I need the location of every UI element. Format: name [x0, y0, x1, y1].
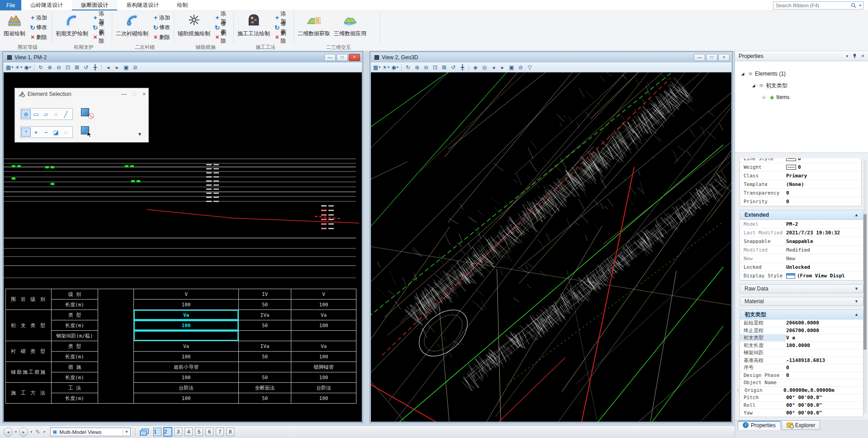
- line-select-tool[interactable]: ╱: [61, 110, 71, 119]
- expand-icon[interactable]: ▼: [854, 299, 859, 304]
- view-toggle-5[interactable]: 5: [195, 428, 203, 436]
- pin-icon[interactable]: [853, 53, 857, 59]
- view2-minimize-button[interactable]: —: [694, 54, 705, 61]
- rock-delete-button[interactable]: ×删除: [29, 33, 47, 41]
- view-toggle-3[interactable]: 3: [174, 428, 182, 436]
- individual-mode-tool[interactable]: *: [21, 128, 31, 137]
- tab-draw[interactable]: 绘制: [168, 0, 197, 10]
- view1-restore-button[interactable]: □: [337, 54, 348, 61]
- forward-dropdown-icon[interactable]: ▾: [29, 430, 33, 434]
- camera-icon[interactable]: ◎: [480, 63, 489, 71]
- panel-close-icon[interactable]: ×: [861, 53, 864, 59]
- tree-expanded-icon[interactable]: ◢: [740, 71, 746, 76]
- subtract-mode-tool[interactable]: −: [41, 128, 51, 137]
- circle-select-tool[interactable]: ○: [51, 110, 61, 119]
- copy-view-icon[interactable]: ▣: [508, 63, 516, 71]
- construction-method-drawing-button[interactable]: 施工工法绘制: [236, 12, 272, 44]
- selected-cell[interactable]: Va: [134, 310, 239, 320]
- properties-scroll-area[interactable]: Line Style0 Weight0 ClassPrimary Templat…: [735, 153, 868, 419]
- zoom-in-icon[interactable]: ⊕: [413, 63, 421, 71]
- zoom-out-icon[interactable]: ⊖: [422, 63, 430, 71]
- view-brightness-icon[interactable]: ☀▾: [14, 63, 23, 71]
- secondary-lining-drawing-button[interactable]: 二次衬砌绘制: [114, 12, 150, 44]
- method-delete-button[interactable]: ×删除: [274, 33, 291, 41]
- rock-drawing-button[interactable]: 围岩绘制: [2, 12, 27, 44]
- properties-header[interactable]: Properties ▾ ×: [735, 51, 868, 61]
- view2-drawing-area[interactable]: [371, 72, 731, 422]
- ribbon-search-input[interactable]: [773, 3, 851, 8]
- view-toggle-6[interactable]: 6: [205, 428, 213, 436]
- render-mode-icon[interactable]: ▽: [526, 63, 534, 71]
- secondary-lining-modify-button[interactable]: ↻修改: [152, 24, 170, 32]
- ribbon-search[interactable]: ▾: [773, 1, 863, 10]
- update-view-icon[interactable]: ↻: [37, 63, 45, 71]
- tab-shield-tunnel-design[interactable]: 盾构隧道设计: [117, 0, 168, 10]
- collapse-icon[interactable]: ▲: [854, 312, 859, 317]
- clip-volume-icon[interactable]: ⊘: [131, 63, 139, 71]
- view-toggle-2[interactable]: 2: [164, 428, 172, 436]
- annotate-button[interactable]: ✎: [34, 428, 41, 435]
- view2-restore-button[interactable]: □: [706, 54, 717, 61]
- view1-titlebar[interactable]: View 1, PM-2 — □ ×: [4, 52, 362, 62]
- get-2d-data-button[interactable]: 二维数据获取: [296, 12, 332, 44]
- display-style-icon[interactable]: ◉▾: [391, 63, 399, 71]
- view-toggle-7[interactable]: 7: [216, 428, 224, 436]
- clip-volume-icon[interactable]: ◈: [471, 63, 479, 71]
- dialog-minimize-icon[interactable]: —: [121, 91, 127, 97]
- view-next-icon[interactable]: ▸: [113, 63, 121, 71]
- view-group-combobox[interactable]: ▣ Multi-Model Views ▼: [50, 428, 131, 436]
- tree-item-items[interactable]: ▷ ◆ Items: [735, 91, 868, 103]
- view-cascade-icon[interactable]: [139, 428, 149, 436]
- window-area-icon[interactable]: ⊡: [64, 63, 72, 71]
- rock-add-button[interactable]: +添加: [29, 14, 47, 22]
- view-attributes-icon[interactable]: ▦▾: [373, 63, 381, 71]
- select-element-icon[interactable]: [81, 126, 89, 134]
- view-toggle-8[interactable]: 8: [226, 428, 234, 436]
- view1-drawing-area[interactable]: 围 岩 级 别 级 别 V IV V 长度(m) 100 50 100 初 支 …: [4, 72, 362, 422]
- tree-expanded-icon[interactable]: ◢: [750, 83, 757, 88]
- search-dropdown-icon[interactable]: ▾: [857, 3, 863, 8]
- shape-select-tool[interactable]: ▱: [41, 110, 51, 119]
- secondary-lining-add-button[interactable]: +添加: [152, 14, 170, 22]
- window-area-icon[interactable]: ⊡: [431, 63, 439, 71]
- zoom-in-icon[interactable]: ⊕: [46, 63, 54, 71]
- dialog-expand-icon[interactable]: ▼: [138, 132, 142, 137]
- fit-view-icon[interactable]: ⊠: [440, 63, 448, 71]
- dialog-close-icon[interactable]: ×: [142, 91, 146, 97]
- add-mode-tool[interactable]: +: [31, 128, 41, 137]
- tree-item-elements[interactable]: ◢ ≋ Elements (1): [735, 68, 868, 80]
- panel-menu-icon[interactable]: ▾: [846, 54, 848, 58]
- copy-view-icon[interactable]: ▣: [122, 63, 130, 71]
- material-section-header[interactable]: Material ▼: [740, 297, 863, 306]
- forward-button[interactable]: ▸: [19, 428, 28, 437]
- tab-explorer[interactable]: Explorer: [782, 420, 821, 430]
- combo-dropdown-icon[interactable]: ▼: [123, 430, 128, 434]
- view-previous-icon[interactable]: ◂: [489, 63, 498, 71]
- initial-support-drawing-button[interactable]: 初期支护绘制: [54, 12, 90, 44]
- properties-scrollbar[interactable]: [863, 160, 867, 413]
- view2-titlebar[interactable]: View 2, Geo3D — □ ×: [371, 52, 731, 62]
- auxiliary-delete-button[interactable]: ×删除: [214, 33, 231, 41]
- initial-support-delete-button[interactable]: ×删除: [92, 33, 109, 41]
- invert-mode-tool[interactable]: ◪: [51, 128, 61, 137]
- view-toggle-4[interactable]: 4: [185, 428, 193, 436]
- annotate-dropdown-icon[interactable]: ▾: [43, 430, 46, 434]
- tree-item-chuzhi-type[interactable]: ◢ ≋ 初支类型: [735, 80, 868, 91]
- back-button[interactable]: ◂: [4, 428, 13, 437]
- pan-view-icon[interactable]: ╋: [91, 63, 99, 71]
- clear-mode-tool[interactable]: ○: [61, 128, 71, 137]
- pan-view-icon[interactable]: ╋: [458, 63, 466, 71]
- chuzhi-section-header[interactable]: 初支类型 ▲: [740, 309, 863, 319]
- selected-cell[interactable]: 100: [134, 320, 239, 331]
- auxiliary-measures-drawing-button[interactable]: 辅助措施绘制: [176, 12, 212, 44]
- origin-expander-icon[interactable]: ›: [736, 388, 741, 393]
- rock-modify-button[interactable]: ↻修改: [29, 24, 47, 32]
- raw-data-section-header[interactable]: Raw Data ▼: [740, 284, 863, 293]
- secondary-lining-delete-button[interactable]: ×删除: [152, 33, 170, 41]
- rectangle-select-tool[interactable]: ▭: [31, 110, 41, 119]
- view1-close-button[interactable]: ×: [349, 54, 360, 61]
- view1-minimize-button[interactable]: —: [324, 54, 336, 61]
- view2-close-button[interactable]: ×: [718, 54, 730, 61]
- tab-mountain-tunnel-design[interactable]: 山岭隧道设计: [21, 0, 72, 10]
- zoom-out-icon[interactable]: ⊖: [55, 63, 63, 71]
